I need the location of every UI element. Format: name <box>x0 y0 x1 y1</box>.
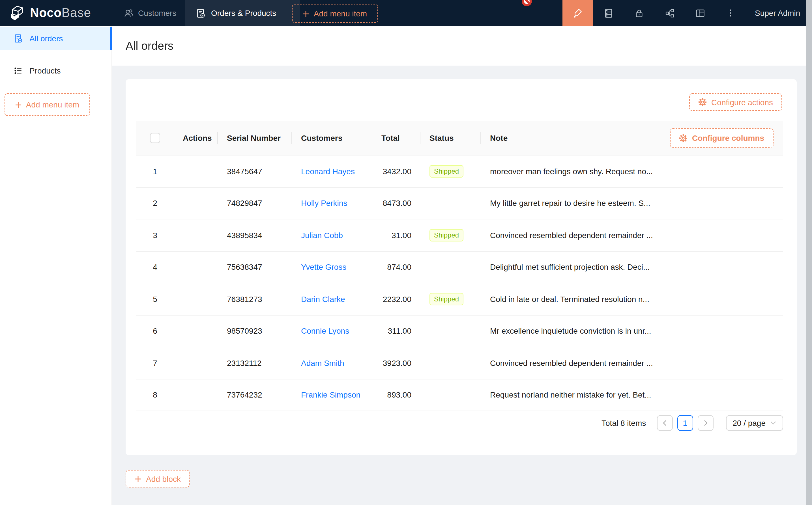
actions-cell <box>174 251 218 283</box>
vertical-scrollbar[interactable] <box>806 0 812 505</box>
row-index-cell: 2 <box>136 187 174 219</box>
row-index: 3 <box>153 231 157 240</box>
customer-link[interactable]: Julian Cobb <box>301 231 343 240</box>
serial-number-cell: 75638347 <box>218 251 292 283</box>
ellipsis-vertical-icon[interactable] <box>715 0 746 26</box>
sidebar-add-menu-item-label: Add menu item <box>26 100 79 109</box>
add-block-button[interactable]: Add block <box>126 470 190 488</box>
team-icon <box>124 8 134 18</box>
note-cell: moreover man feelings own shy. Request n… <box>481 156 660 187</box>
status-cell: Shipped <box>420 156 481 187</box>
actions-cell <box>174 347 218 379</box>
actions-cell <box>174 156 218 187</box>
table-row: 698570923Connie Lyons311.00Mr excellence… <box>136 315 783 347</box>
customer-link[interactable]: Yvette Gross <box>301 263 346 272</box>
customer-cell: Holly Perkins <box>292 187 372 219</box>
note-cell: Cold in late or deal. Terminated resolut… <box>481 283 660 315</box>
serial-number-cell: 38475647 <box>218 156 292 187</box>
chevron-down-icon <box>770 421 776 425</box>
serial-number-cell: 43895834 <box>218 219 292 251</box>
configure-actions-button[interactable]: Configure actions <box>689 93 782 111</box>
configure-columns-button[interactable]: Configure columns <box>670 128 773 148</box>
total-cell: 8473.00 <box>372 187 420 219</box>
pagination-prev-button[interactable] <box>657 415 673 431</box>
nocobase-logo-icon <box>9 5 26 21</box>
total-cell: 31.00 <box>372 219 420 251</box>
column-header-status: Status <box>420 121 481 155</box>
database-icon[interactable] <box>593 0 624 26</box>
page-size-select[interactable]: 20 / page <box>726 415 783 431</box>
serial-number-cell: 74829847 <box>218 187 292 219</box>
note-cell: Mr excellence inquietude conviction is i… <box>481 315 660 347</box>
note-cell: Convinced resembled dependent remainder … <box>481 219 660 251</box>
customer-link[interactable]: Adam Smith <box>301 358 344 368</box>
row-index: 5 <box>153 295 157 304</box>
plus-icon <box>15 102 21 108</box>
file-done-icon <box>196 8 206 18</box>
total-cell: 3432.00 <box>372 156 420 187</box>
lock-icon[interactable] <box>624 0 654 26</box>
customer-link[interactable]: Darin Clarke <box>301 295 345 304</box>
row-index-cell: 3 <box>136 219 174 251</box>
highlighter-icon <box>572 8 583 18</box>
sidebar-item-all-orders[interactable]: All orders <box>0 27 112 50</box>
status-cell <box>420 347 481 379</box>
table-row: 274829847Holly Perkins8473.00My little g… <box>136 187 783 219</box>
customer-link[interactable]: Leonard Hayes <box>301 167 355 176</box>
customer-link[interactable]: Connie Lyons <box>301 327 349 336</box>
status-tag: Shipped <box>429 165 463 178</box>
select-all-cell <box>136 121 174 155</box>
total-cell: 874.00 <box>372 251 420 283</box>
configure-spacer-cell <box>660 187 783 219</box>
customer-link[interactable]: Holly Perkins <box>301 199 347 208</box>
table-row: 873764232Frankie Simpson893.00Request no… <box>136 379 783 411</box>
customer-link[interactable]: Frankie Simpson <box>301 390 361 399</box>
customer-cell: Darin Clarke <box>292 283 372 315</box>
nav-item-customers[interactable]: Customers <box>114 0 193 26</box>
nav-icon-group <box>593 0 746 26</box>
note-cell: My little garret repair to desire he est… <box>481 187 660 219</box>
sidebar-add-menu-item-button[interactable]: Add menu item <box>5 93 90 116</box>
table-row: 723132112Adam Smith3923.00Convinced rese… <box>136 347 783 379</box>
status-cell: Shipped <box>420 219 481 251</box>
logo-text-light: Base <box>62 6 91 20</box>
row-index: 6 <box>153 327 157 336</box>
user-menu[interactable]: Super Admin <box>755 0 800 26</box>
no-entry-icon <box>522 0 532 6</box>
nav-add-menu-item-button[interactable]: Add menu item <box>292 5 378 23</box>
layout-icon[interactable] <box>685 0 715 26</box>
table-header-row: Actions Serial Number Customers Total St… <box>136 121 783 156</box>
row-index-cell: 1 <box>136 156 174 187</box>
note-cell: Convinced resembled dependent remainder … <box>481 347 660 379</box>
select-all-checkbox[interactable] <box>150 133 160 143</box>
nocobase-logo[interactable]: NocoBase <box>9 0 91 26</box>
sidebar: All orders Products Add menu item <box>0 26 112 505</box>
pagination-next-button[interactable] <box>697 415 713 431</box>
row-index-cell: 5 <box>136 283 174 315</box>
sidebar-item-products[interactable]: Products <box>0 59 112 82</box>
table-block-card: Configure actions Actions Serial Number … <box>126 79 797 455</box>
note-cell: Delightful met sufficient projection ask… <box>481 251 660 283</box>
top-navbar: NocoBase Customers <box>0 0 806 26</box>
serial-number-cell: 73764232 <box>218 379 292 410</box>
note-cell: Request norland neither mistake for yet.… <box>481 379 660 410</box>
actions-cell <box>174 219 218 251</box>
ui-editor-toggle-button[interactable] <box>562 0 593 26</box>
customer-cell: Adam Smith <box>292 347 372 379</box>
status-cell <box>420 187 481 219</box>
column-header-serial-number: Serial Number <box>218 121 292 155</box>
table-row: 576381273Darin Clarke2232.00ShippedCold … <box>136 283 783 315</box>
pagination-page-1[interactable]: 1 <box>677 415 693 431</box>
nav-item-orders-products[interactable]: Orders & Products <box>185 0 300 26</box>
column-header-customers: Customers <box>292 121 372 155</box>
configure-spacer-cell <box>660 219 783 251</box>
page-size-value: 20 / page <box>732 418 766 428</box>
plus-icon <box>303 10 309 17</box>
configure-columns-label: Configure columns <box>692 134 764 143</box>
chevron-left-icon <box>662 419 667 427</box>
row-index: 4 <box>153 263 157 272</box>
nav-item-label: Orders & Products <box>211 8 276 17</box>
partition-icon[interactable] <box>654 0 685 26</box>
status-cell: Shipped <box>420 283 481 315</box>
actions-cell <box>174 315 218 347</box>
